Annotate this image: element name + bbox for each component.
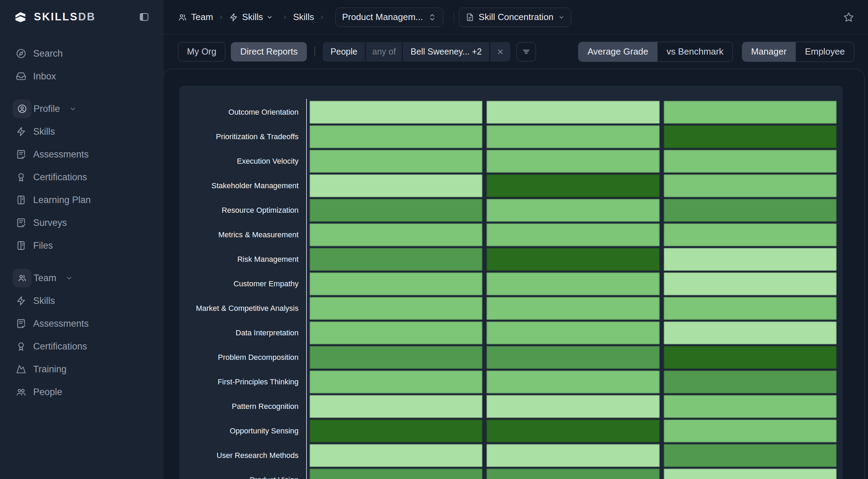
breadcrumb-team[interactable]: Team <box>178 12 213 22</box>
heatmap-cell-r3-c2[interactable] <box>487 150 659 173</box>
sidebar-item-skills[interactable]: Skills <box>0 289 163 312</box>
heatmap-cell-r1-c3[interactable] <box>664 101 837 124</box>
heatmap-cell-r14-c3[interactable] <box>664 420 837 442</box>
heatmap-cell-r1-c1[interactable] <box>310 101 482 124</box>
heatmap-row-cells <box>310 125 837 148</box>
heatmap-cell-r11-c2[interactable] <box>487 346 659 369</box>
sidebar-item-learning-plan[interactable]: Learning Plan <box>0 189 163 211</box>
heatmap-cell-r9-c3[interactable] <box>664 297 837 320</box>
filter-clear-button[interactable] <box>490 42 510 61</box>
heatmap-cell-r5-c2[interactable] <box>487 199 659 222</box>
sidebar-item-label: People <box>33 387 62 397</box>
star-icon[interactable] <box>843 12 854 23</box>
heatmap-cell-r5-c1[interactable] <box>310 199 482 222</box>
heatmap-cell-r7-c3[interactable] <box>664 248 837 271</box>
sidebar-item-certifications[interactable]: Certifications <box>0 335 163 358</box>
zap-icon <box>16 296 33 306</box>
heatmap-row-cells <box>310 101 837 124</box>
direct-reports-button[interactable]: Direct Reports <box>231 42 307 61</box>
sidebar-item-label: Certifications <box>33 172 87 183</box>
filter-field[interactable]: People <box>323 42 365 61</box>
heatmap-cell-r8-c2[interactable] <box>487 272 659 295</box>
heatmap-cell-r6-c1[interactable] <box>310 223 482 246</box>
heatmap-cell-r6-c2[interactable] <box>487 223 659 246</box>
my-org-button[interactable]: My Org <box>178 42 225 61</box>
heatmap-cell-r13-c2[interactable] <box>487 395 659 418</box>
filter-options-button[interactable] <box>517 42 536 61</box>
sidebar-item-training[interactable]: Training <box>0 358 163 381</box>
heatmap-cell-r13-c1[interactable] <box>310 395 482 418</box>
sidebar-item-surveys[interactable]: Surveys <box>0 211 163 234</box>
heatmap-cell-r4-c3[interactable] <box>664 174 837 197</box>
heatmap-cell-r16-c2[interactable] <box>487 469 659 479</box>
heatmap-row: Opportunity Sensing <box>179 420 837 442</box>
toggle-employee[interactable]: Employee <box>795 42 854 61</box>
heatmap-cell-r7-c1[interactable] <box>310 248 482 271</box>
heatmap-cell-r6-c3[interactable] <box>664 223 837 246</box>
sidebar-item-search[interactable]: Search <box>0 42 163 65</box>
heatmap-cell-r13-c3[interactable] <box>664 395 837 418</box>
heatmap-cell-r12-c1[interactable] <box>310 371 482 393</box>
heatmap-cell-r8-c3[interactable] <box>664 272 837 295</box>
toggle-average-grade[interactable]: Average Grade <box>578 42 657 61</box>
heatmap-row-cells <box>310 199 837 222</box>
sidebar-item-profile[interactable]: Profile <box>0 97 163 120</box>
breadcrumb-skills[interactable]: Skills <box>229 12 277 22</box>
heatmap-cell-r4-c1[interactable] <box>310 174 482 197</box>
skill-heatmap: Outcome OrientationPrioritization & Trad… <box>179 101 837 479</box>
heatmap-cell-r9-c1[interactable] <box>310 297 482 320</box>
sidebar-item-people[interactable]: People <box>0 381 163 403</box>
heatmap-cell-r2-c3[interactable] <box>664 125 837 148</box>
heatmap-cell-r12-c2[interactable] <box>487 371 659 393</box>
heatmap-cell-r2-c1[interactable] <box>310 125 482 148</box>
sidebar-item-assessments[interactable]: Assessments <box>0 312 163 335</box>
breadcrumb-skills-page[interactable]: Skills <box>293 12 314 22</box>
heatmap-cell-r16-c3[interactable] <box>664 469 837 479</box>
sidebar-item-skills[interactable]: Skills <box>0 120 163 143</box>
toggle-manager[interactable]: Manager <box>742 42 796 61</box>
heatmap-cell-r10-c2[interactable] <box>487 322 659 344</box>
heatmap-row-label: Risk Management <box>179 248 306 271</box>
heatmap-cell-r10-c1[interactable] <box>310 322 482 344</box>
heatmap-cell-r4-c2[interactable] <box>487 174 659 197</box>
heatmap-row-cells <box>310 395 837 418</box>
heatmap-cell-r16-c1[interactable] <box>310 469 482 479</box>
view-select[interactable]: Skill Concentration <box>459 8 571 27</box>
heatmap-cell-r11-c3[interactable] <box>664 346 837 369</box>
memo-check-icon <box>16 149 33 160</box>
heatmap-cell-r3-c1[interactable] <box>310 150 482 173</box>
toggle-vs-benchmark[interactable]: vs Benchmark <box>657 42 733 61</box>
filter-value[interactable]: Bell Sweeney... +2 <box>403 42 489 61</box>
heatmap-cell-r11-c1[interactable] <box>310 346 482 369</box>
heatmap-cell-r15-c1[interactable] <box>310 444 482 467</box>
notebook-icon <box>16 195 33 205</box>
heatmap-cell-r15-c2[interactable] <box>487 444 659 467</box>
sidebar-item-label: Profile <box>34 104 60 114</box>
people-filter-chip: People any of Bell Sweeney... +2 <box>323 42 510 61</box>
sidebar-toggle-icon[interactable] <box>139 12 149 22</box>
heatmap-cell-r3-c3[interactable] <box>664 150 837 173</box>
heatmap-cell-r10-c3[interactable] <box>664 322 837 344</box>
filter-operator[interactable]: any of <box>366 42 402 61</box>
heatmap-cell-r8-c1[interactable] <box>310 272 482 295</box>
heatmap-cell-r14-c2[interactable] <box>487 420 659 442</box>
sidebar-item-team[interactable]: Team <box>0 267 163 289</box>
heatmap-cell-r7-c2[interactable] <box>487 248 659 271</box>
sidebar-item-label: Assessments <box>33 318 89 329</box>
program-select[interactable]: Product Managem... <box>336 8 443 27</box>
chevron-down-icon <box>558 14 565 20</box>
sidebar-item-assessments[interactable]: Assessments <box>0 143 163 166</box>
heatmap-cell-r1-c2[interactable] <box>487 101 659 124</box>
top-bar: Team Skills Skills Product Managem... Sk… <box>163 0 868 35</box>
sidebar-item-certifications[interactable]: Certifications <box>0 166 163 189</box>
heatmap-cell-r9-c2[interactable] <box>487 297 659 320</box>
heatmap-cell-r15-c3[interactable] <box>664 444 837 467</box>
heatmap-row: Pattern Recognition <box>179 395 837 418</box>
heatmap-row-cells <box>310 297 837 320</box>
sidebar-item-files[interactable]: Files <box>0 234 163 257</box>
heatmap-cell-r2-c2[interactable] <box>487 125 659 148</box>
heatmap-cell-r5-c3[interactable] <box>664 199 837 222</box>
heatmap-cell-r12-c3[interactable] <box>664 371 837 393</box>
heatmap-cell-r14-c1[interactable] <box>310 420 482 442</box>
sidebar-item-inbox[interactable]: Inbox <box>0 65 163 88</box>
